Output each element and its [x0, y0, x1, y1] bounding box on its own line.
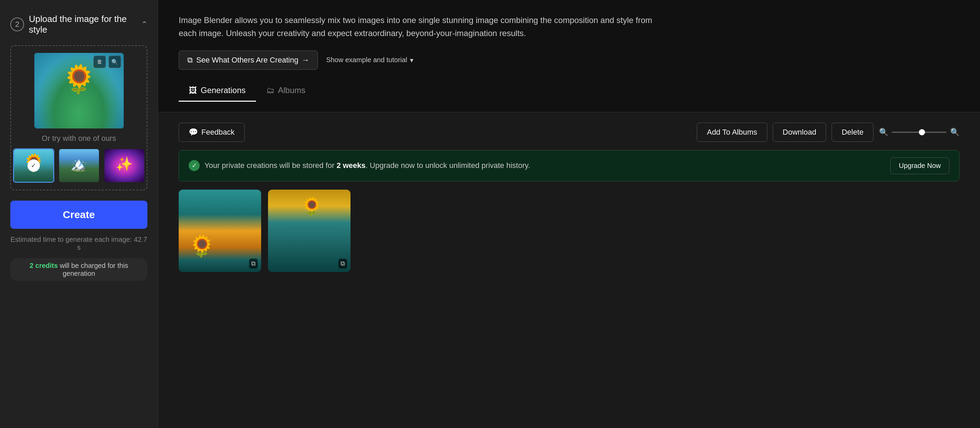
delete-button[interactable]: Delete: [832, 123, 873, 142]
delete-image-button[interactable]: 🗑: [94, 56, 106, 68]
storage-duration: 2 weeks: [336, 161, 365, 170]
sample-images: ✓: [13, 148, 145, 183]
selected-checkmark: ✓: [27, 159, 40, 172]
zoom-out-icon[interactable]: 🔍: [879, 128, 888, 137]
description-area: Image Blender allows you to seamlessly m…: [158, 0, 980, 112]
tab-generations-label: Generations: [200, 86, 246, 95]
zoom-image-button[interactable]: 🔍: [108, 56, 121, 68]
credits-badge: 2 credits will be charged for this gener…: [10, 258, 147, 281]
section-title-text: Upload the image for the style: [29, 14, 141, 35]
sample-image-mountain[interactable]: [59, 148, 100, 183]
delete-icon: 🗑: [97, 59, 102, 65]
sample-image-sunflower[interactable]: ✓: [13, 148, 54, 183]
sample-mountain-content: [59, 149, 99, 182]
tabs-row: 🖼 Generations 🗂 Albums: [179, 80, 959, 102]
image-gallery: ⧉ ⧉: [179, 189, 959, 272]
collapse-icon[interactable]: ⌃: [141, 20, 147, 29]
check-circle-icon: ✓: [189, 160, 200, 171]
see-creating-button[interactable]: ⧉ See What Others Are Creating →: [179, 51, 318, 70]
storage-text-start: Your private creations will be stored fo…: [204, 161, 336, 170]
arrow-icon: →: [302, 56, 309, 65]
see-creating-label: See What Others Are Creating: [196, 56, 298, 65]
left-panel: 2 Upload the image for the style ⌃ 🗑 🔍 O…: [0, 0, 158, 428]
credits-amount: 2 credits: [30, 262, 58, 269]
create-button[interactable]: Create: [10, 200, 147, 229]
zoom-thumb[interactable]: [919, 129, 925, 135]
credits-text: will be charged for this generation: [60, 262, 128, 277]
right-panel: Image Blender allows you to seamlessly m…: [158, 0, 980, 428]
upgrade-now-button[interactable]: Upgrade Now: [890, 158, 950, 174]
gallery-item-2[interactable]: ⧉: [268, 189, 350, 272]
storage-banner: ✓ Your private creations will be stored …: [179, 150, 959, 181]
tab-albums-label: Albums: [278, 86, 305, 95]
zoom-controls: 🔍 🔍: [879, 128, 959, 137]
toolbar: 💬 Feedback Add To Albums Download Delete…: [179, 123, 959, 142]
tab-generations[interactable]: 🖼 Generations: [179, 80, 256, 102]
show-example-button[interactable]: Show example and tutorial ▾: [326, 56, 414, 64]
gallery-image-2: [268, 189, 350, 272]
main-content: 💬 Feedback Add To Albums Download Delete…: [158, 112, 980, 428]
image-actions: 🗑 🔍: [94, 56, 121, 68]
estimate-text: Estimated time to generate each image: 4…: [10, 235, 147, 251]
zoom-in-icon[interactable]: 🔍: [950, 128, 959, 137]
show-example-label: Show example and tutorial: [326, 56, 407, 64]
section-title: 2 Upload the image for the style: [10, 14, 141, 35]
uploaded-image-container: 🗑 🔍: [34, 53, 124, 129]
section-number: 2: [10, 18, 24, 31]
tab-albums[interactable]: 🗂 Albums: [256, 80, 316, 102]
sample-image-colorful[interactable]: [104, 148, 145, 183]
feedback-label: Feedback: [201, 128, 235, 137]
section-header: 2 Upload the image for the style ⌃: [10, 14, 147, 35]
check-icon: ✓: [192, 162, 197, 169]
feedback-icon: 💬: [189, 128, 198, 137]
or-text: Or try with one of ours: [41, 134, 116, 143]
feedback-button[interactable]: 💬 Feedback: [179, 123, 245, 142]
gallery-badge-1: ⧉: [249, 259, 258, 269]
add-to-albums-button[interactable]: Add To Albums: [697, 123, 767, 142]
storage-text: Your private creations will be stored fo…: [204, 161, 886, 170]
generations-icon: 🖼: [189, 86, 197, 95]
gallery-image-1: [179, 189, 261, 272]
action-row: ⧉ See What Others Are Creating → Show ex…: [179, 51, 959, 70]
sample-colorful-content: [105, 149, 144, 182]
zoom-icon: 🔍: [111, 59, 118, 65]
storage-text-end: . Upgrade now to unlock unlimited privat…: [366, 161, 530, 170]
description-text: Image Blender allows you to seamlessly m…: [179, 14, 660, 40]
upload-area[interactable]: 🗑 🔍 Or try with one of ours ✓: [10, 45, 147, 190]
gallery-badge-2: ⧉: [339, 259, 347, 269]
chevron-down-icon: ▾: [410, 56, 414, 64]
download-button[interactable]: Download: [773, 123, 826, 142]
copy-icon: ⧉: [187, 56, 193, 65]
albums-icon: 🗂: [266, 86, 275, 95]
zoom-slider[interactable]: [892, 132, 947, 133]
gallery-item-1[interactable]: ⧉: [179, 189, 261, 272]
